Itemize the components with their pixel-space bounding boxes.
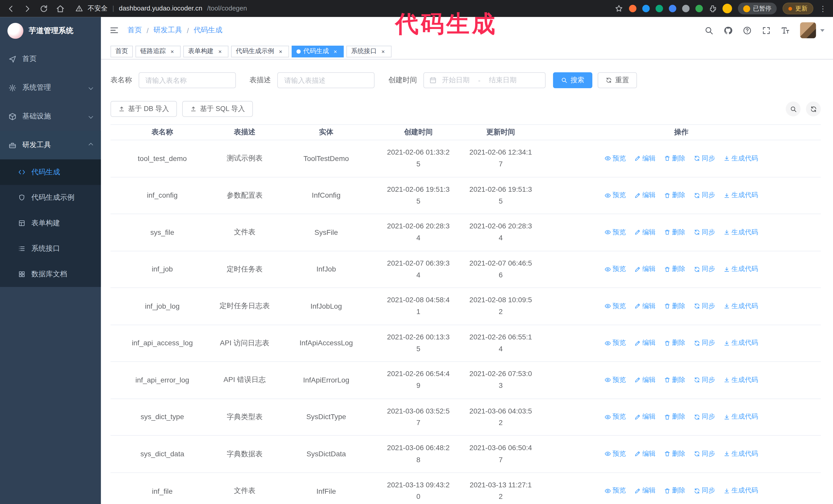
action-edit[interactable]: 编辑 <box>634 191 656 200</box>
action-preview[interactable]: 预览 <box>604 191 626 200</box>
action-generate-code[interactable]: 生成代码 <box>723 339 758 347</box>
action-edit[interactable]: 编辑 <box>634 154 656 163</box>
extension-drop-icon[interactable] <box>642 5 649 12</box>
forward-icon[interactable] <box>23 4 32 13</box>
sidebar-item-home[interactable]: 首页 <box>0 45 101 73</box>
extension-fox-icon[interactable] <box>629 5 636 12</box>
action-edit[interactable]: 编辑 <box>634 227 656 237</box>
close-icon[interactable] <box>168 48 176 55</box>
import-sql-button[interactable]: 基于 SQL 导入 <box>183 101 253 117</box>
sidebar-item-db-docs[interactable]: 数据库文档 <box>0 262 101 287</box>
action-edit[interactable]: 编辑 <box>634 486 656 495</box>
font-size-icon[interactable] <box>781 26 790 35</box>
tab-tracing[interactable]: 链路追踪 <box>136 45 181 57</box>
action-sync[interactable]: 同步 <box>694 376 715 385</box>
avatar-caret-icon[interactable] <box>820 29 825 31</box>
toggle-search-button[interactable] <box>786 101 801 116</box>
close-icon[interactable] <box>277 48 284 55</box>
action-preview[interactable]: 预览 <box>604 302 626 311</box>
back-icon[interactable] <box>6 4 15 13</box>
action-preview[interactable]: 预览 <box>604 227 626 237</box>
action-delete[interactable]: 删除 <box>664 449 685 458</box>
tab-form-builder[interactable]: 表单构建 <box>183 45 229 57</box>
fullscreen-icon[interactable] <box>762 26 771 35</box>
close-icon[interactable] <box>331 48 339 55</box>
action-edit[interactable]: 编辑 <box>634 412 656 422</box>
bookmark-star-icon[interactable] <box>614 4 623 13</box>
action-sync[interactable]: 同步 <box>694 486 715 495</box>
table-name-input[interactable] <box>138 72 236 88</box>
extension-v-icon[interactable] <box>656 5 663 12</box>
search-button[interactable]: 搜索 <box>553 72 592 88</box>
action-preview[interactable]: 预览 <box>604 486 626 495</box>
action-delete[interactable]: 删除 <box>664 339 685 347</box>
browser-update-button[interactable]: 更新 <box>783 3 813 14</box>
import-db-button[interactable]: 基于 DB 导入 <box>111 101 177 117</box>
hamburger-icon[interactable] <box>110 25 119 35</box>
extension-people-icon[interactable] <box>668 5 676 12</box>
user-avatar[interactable] <box>800 22 816 38</box>
action-preview[interactable]: 预览 <box>604 412 626 422</box>
action-sync[interactable]: 同步 <box>694 265 715 273</box>
tab-codegen[interactable]: 代码生成 <box>292 45 344 57</box>
action-generate-code[interactable]: 生成代码 <box>723 154 758 163</box>
extensions-puzzle-icon[interactable] <box>709 5 716 13</box>
breadcrumb-dev-tools[interactable]: 研发工具 <box>153 25 182 35</box>
refresh-table-button[interactable] <box>806 101 821 116</box>
sidebar-item-dev-tools[interactable]: 研发工具 <box>0 131 101 160</box>
action-delete[interactable]: 删除 <box>664 486 685 495</box>
action-generate-code[interactable]: 生成代码 <box>723 265 758 273</box>
address-bar[interactable]: 不安全 | dashboard.yudao.iocoder.cn/tool/co… <box>75 4 247 13</box>
table-desc-input[interactable] <box>277 72 375 88</box>
extension-gray-icon[interactable] <box>682 5 689 12</box>
action-delete[interactable]: 删除 <box>664 302 685 311</box>
action-sync[interactable]: 同步 <box>694 227 715 237</box>
action-generate-code[interactable]: 生成代码 <box>723 449 758 458</box>
action-delete[interactable]: 删除 <box>664 154 685 163</box>
action-delete[interactable]: 删除 <box>664 412 685 422</box>
action-delete[interactable]: 删除 <box>664 376 685 385</box>
create-time-range-picker[interactable]: 开始日期 - 结束日期 <box>423 72 546 88</box>
action-delete[interactable]: 删除 <box>664 227 685 237</box>
action-sync[interactable]: 同步 <box>694 154 715 163</box>
reset-button[interactable]: 重置 <box>598 72 637 88</box>
action-generate-code[interactable]: 生成代码 <box>723 376 758 385</box>
action-edit[interactable]: 编辑 <box>634 376 656 385</box>
tab-codegen-example[interactable]: 代码生成示例 <box>231 45 289 57</box>
action-delete[interactable]: 删除 <box>664 265 685 273</box>
action-preview[interactable]: 预览 <box>604 265 626 273</box>
action-edit[interactable]: 编辑 <box>634 302 656 311</box>
action-generate-code[interactable]: 生成代码 <box>723 412 758 422</box>
sidebar-item-codegen-example[interactable]: 代码生成示例 <box>0 185 101 210</box>
action-generate-code[interactable]: 生成代码 <box>723 486 758 495</box>
tab-system-api[interactable]: 系统接口 <box>346 45 391 57</box>
action-sync[interactable]: 同步 <box>694 412 715 422</box>
action-generate-code[interactable]: 生成代码 <box>723 302 758 311</box>
reload-icon[interactable] <box>39 4 48 13</box>
action-preview[interactable]: 预览 <box>604 154 626 163</box>
action-sync[interactable]: 同步 <box>694 191 715 200</box>
close-icon[interactable] <box>379 48 387 55</box>
tab-home[interactable]: 首页 <box>111 45 133 57</box>
action-edit[interactable]: 编辑 <box>634 449 656 458</box>
action-edit[interactable]: 编辑 <box>634 339 656 347</box>
action-sync[interactable]: 同步 <box>694 302 715 311</box>
search-icon[interactable] <box>704 26 713 35</box>
close-icon[interactable] <box>216 48 224 55</box>
github-icon[interactable] <box>723 26 733 35</box>
action-delete[interactable]: 删除 <box>664 191 685 200</box>
action-preview[interactable]: 预览 <box>604 339 626 347</box>
sidebar-logo[interactable]: 芋道管理系统 <box>0 17 101 45</box>
action-preview[interactable]: 预览 <box>604 376 626 385</box>
browser-menu-icon[interactable]: ⋮ <box>819 4 827 13</box>
sidebar-item-codegen[interactable]: 代码生成 <box>0 160 101 185</box>
action-sync[interactable]: 同步 <box>694 449 715 458</box>
breadcrumb-home[interactable]: 首页 <box>127 25 142 35</box>
sidebar-item-form-builder[interactable]: 表单构建 <box>0 211 101 236</box>
browser-profile-avatar[interactable] <box>722 4 732 13</box>
action-generate-code[interactable]: 生成代码 <box>723 227 758 237</box>
sidebar-item-infrastructure[interactable]: 基础设施 <box>0 102 101 131</box>
action-generate-code[interactable]: 生成代码 <box>723 191 758 200</box>
extension-leaf-icon[interactable] <box>695 5 703 12</box>
help-icon[interactable] <box>743 26 752 35</box>
